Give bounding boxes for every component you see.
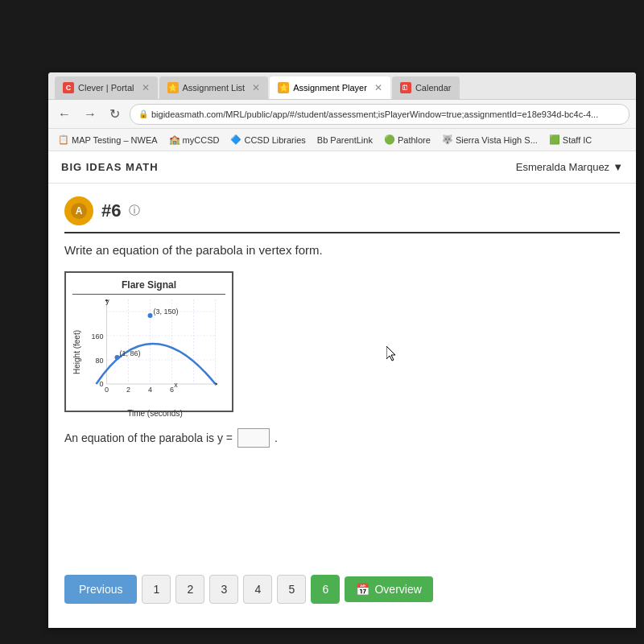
assignment-player-tab-icon: ⭐ <box>278 82 289 93</box>
svg-text:4: 4 <box>148 386 152 394</box>
question-number: #6 <box>101 200 121 221</box>
bookmark-pathlore-icon: 🟢 <box>384 134 395 145</box>
address-bar: ← → ↻ 🔒 bigideasmath.com/MRL/public/app/… <box>48 100 636 129</box>
svg-text:160: 160 <box>91 332 103 341</box>
assignment-player-tab-close[interactable]: ✕ <box>374 82 382 93</box>
tab-assignment-list[interactable]: ⭐ Assignment List ✕ <box>159 76 269 99</box>
bookmark-sierra-vista[interactable]: 🐺 Sierra Vista High S... <box>439 133 541 147</box>
user-name-label: Esmeralda Marquez <box>516 161 609 173</box>
bookmarks-bar: 📋 MAP Testing – NWEA 🏫 myCCSD 🔷 CCSD Lib… <box>48 129 636 151</box>
tab-bar: C Clever | Portal ✕ ⭐ Assignment List ✕ … <box>48 72 636 100</box>
overview-calendar-icon: 📅 <box>356 583 369 596</box>
navigation-bar: Previous 1 2 3 4 5 6 📅 Overview <box>64 575 433 604</box>
clever-tab-icon: C <box>63 82 74 93</box>
clever-tab-label: Clever | Portal <box>78 83 134 93</box>
overview-button[interactable]: 📅 Overview <box>345 576 432 602</box>
reload-button[interactable]: ↻ <box>106 105 123 123</box>
app-header: BIG IDEAS MATH Esmeralda Marquez ▼ <box>48 151 636 184</box>
bookmark-sic-icon: 🟩 <box>549 134 560 145</box>
bookmark-sv-icon: 🐺 <box>442 134 453 145</box>
graph-title: Flare Signal <box>72 279 225 295</box>
x-axis-label: Time (seconds) <box>85 409 225 418</box>
graph-chart: 80 160 0 0 2 4 6 x y <box>85 299 225 404</box>
y-axis-label: Height (feet) <box>72 299 81 404</box>
user-menu[interactable]: Esmeralda Marquez ▼ <box>516 161 623 173</box>
bookmark-pl-label: ParentLink <box>330 135 373 145</box>
page-4-button[interactable]: 4 <box>243 575 272 604</box>
bookmark-pathlore-label: Pathlore <box>398 135 431 145</box>
calendar-tab-icon: 🗓 <box>400 82 411 93</box>
bookmark-myccsd[interactable]: 🏫 myCCSD <box>166 133 223 147</box>
clever-tab-close[interactable]: ✕ <box>142 82 150 93</box>
page-3-button[interactable]: 3 <box>209 575 238 604</box>
bookmark-map-testing[interactable]: 📋 MAP Testing – NWEA <box>55 133 161 147</box>
info-icon[interactable]: ⓘ <box>129 204 140 218</box>
svg-text:(3, 150): (3, 150) <box>154 308 179 316</box>
answer-prefix: An equation of the parabola is y = <box>64 431 233 444</box>
bookmark-pl-icon: Bb <box>317 135 328 145</box>
assignment-list-tab-close[interactable]: ✕ <box>252 82 260 93</box>
bookmark-sic-label: Staff IC <box>563 135 592 145</box>
calendar-tab-label: Calendar <box>415 83 452 93</box>
svg-text:80: 80 <box>95 357 103 365</box>
page-5-button[interactable]: 5 <box>277 575 306 604</box>
bookmark-pathlore[interactable]: 🟢 Pathlore <box>381 133 434 147</box>
tab-clever[interactable]: C Clever | Portal ✕ <box>55 76 158 99</box>
answer-suffix: . <box>275 431 278 444</box>
bookmark-myccsd-label: myCCSD <box>183 135 220 145</box>
svg-text:0: 0 <box>105 386 109 394</box>
svg-text:6: 6 <box>170 386 174 394</box>
answer-area: An equation of the parabola is y = . <box>64 428 620 448</box>
answer-input[interactable] <box>237 428 270 448</box>
question-header: A #6 ⓘ <box>64 196 620 233</box>
bookmark-staff-ic[interactable]: 🟩 Staff IC <box>546 133 595 147</box>
tab-calendar[interactable]: 🗓 Calendar <box>392 76 460 99</box>
overview-label: Overview <box>374 583 421 596</box>
bookmark-ccsd-icon: 🔷 <box>230 134 242 145</box>
previous-button[interactable]: Previous <box>64 575 137 604</box>
assignment-player-tab-label: Assignment Player <box>293 83 367 93</box>
page-1-button[interactable]: 1 <box>142 575 171 604</box>
forward-button[interactable]: → <box>80 105 100 123</box>
bookmark-sv-label: Sierra Vista High S... <box>456 135 538 145</box>
tab-assignment-player[interactable]: ⭐ Assignment Player ✕ <box>270 76 390 99</box>
svg-text:2: 2 <box>126 386 130 394</box>
svg-text:0: 0 <box>99 380 103 388</box>
url-text: bigideasmath.com/MRL/public/app/#/studen… <box>151 109 598 119</box>
svg-text:A: A <box>76 205 83 217</box>
question-area: A #6 ⓘ Write an equation of the parabola… <box>48 184 636 477</box>
svg-text:x: x <box>174 381 178 389</box>
back-button[interactable]: ← <box>55 105 74 123</box>
page-6-button[interactable]: 6 <box>311 575 340 604</box>
app-logo: BIG IDEAS MATH <box>61 161 159 173</box>
question-icon: A <box>64 196 93 225</box>
bookmark-myccsd-icon: 🏫 <box>169 134 180 145</box>
graph-inner: Height (feet) <box>72 299 225 404</box>
assignment-list-tab-icon: ⭐ <box>167 82 179 93</box>
svg-text:(1, 86): (1, 86) <box>120 349 141 357</box>
user-dropdown-icon: ▼ <box>613 161 623 173</box>
content-area: A #6 ⓘ Write an equation of the parabola… <box>48 184 636 620</box>
bookmark-parentlink[interactable]: Bb ParentLink <box>314 134 376 147</box>
graph-container: Flare Signal Height (feet) <box>64 271 233 412</box>
assignment-list-tab-label: Assignment List <box>183 83 246 93</box>
bookmark-map-label: MAP Testing – NWEA <box>72 135 158 145</box>
url-bar[interactable]: 🔒 bigideasmath.com/MRL/public/app/#/stud… <box>130 104 630 125</box>
bookmark-ccsd-libraries[interactable]: 🔷 CCSD Libraries <box>227 133 308 147</box>
bookmark-ccsd-label: CCSD Libraries <box>244 135 305 145</box>
svg-marker-21 <box>216 382 218 386</box>
svg-point-23 <box>148 313 153 318</box>
page-2-button[interactable]: 2 <box>175 575 204 604</box>
question-text: Write an equation of the parabola in ver… <box>64 243 620 257</box>
bookmark-map-icon: 📋 <box>58 134 69 145</box>
lock-icon: 🔒 <box>138 109 148 118</box>
